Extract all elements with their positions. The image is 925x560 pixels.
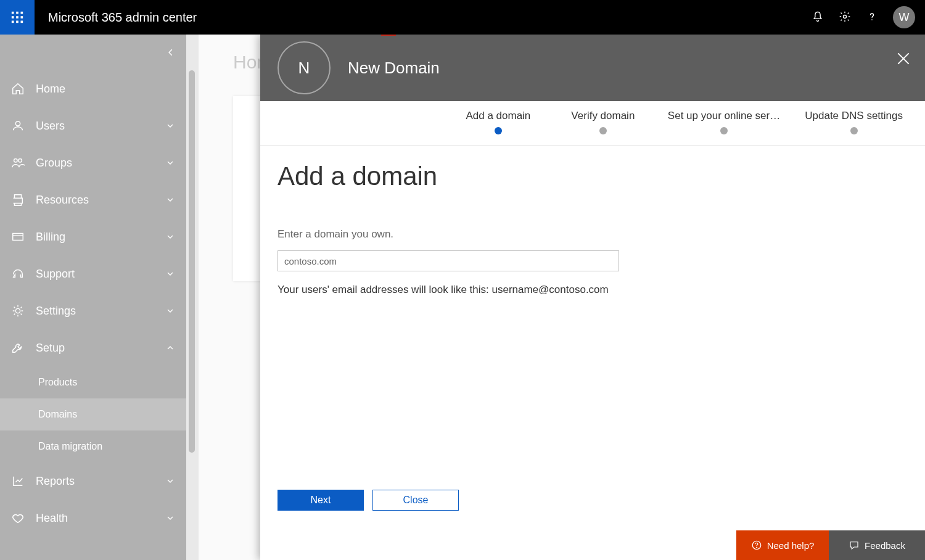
nav-item-support[interactable]: Support bbox=[0, 255, 186, 292]
account-avatar[interactable]: W bbox=[893, 6, 915, 28]
chevron-down-icon bbox=[165, 232, 175, 242]
nav-item-users[interactable]: Users bbox=[0, 107, 186, 144]
svg-rect-7 bbox=[16, 21, 18, 23]
left-nav: HomeUsersGroupsResourcesBillingSupportSe… bbox=[0, 35, 186, 560]
feedback-button[interactable]: Feedback bbox=[829, 530, 925, 560]
nav-item-settings[interactable]: Settings bbox=[0, 292, 186, 329]
chevron-down-icon bbox=[165, 476, 175, 486]
nav-item-label: Billing bbox=[36, 231, 165, 244]
wizard-step-label: Add a domain bbox=[458, 110, 538, 122]
chevron-left-icon bbox=[166, 48, 175, 57]
svg-rect-4 bbox=[16, 16, 18, 19]
wizard-step-dot bbox=[720, 127, 728, 134]
notifications-button[interactable] bbox=[812, 10, 824, 25]
wizard-step-label: Update DNS settings bbox=[805, 110, 903, 122]
gear-icon bbox=[839, 10, 851, 23]
chart-icon bbox=[11, 474, 25, 488]
question-circle-icon bbox=[751, 540, 762, 551]
chevron-down-icon bbox=[165, 195, 175, 205]
wizard-step[interactable]: Set up your online ser… bbox=[668, 110, 780, 134]
wizard-steps: Add a domainVerify domainSet up your onl… bbox=[260, 101, 925, 146]
gear-icon bbox=[11, 304, 25, 318]
wizard-step-label: Set up your online ser… bbox=[668, 110, 780, 122]
page-heading: Add a domain bbox=[278, 162, 908, 191]
nav-item-label: Setup bbox=[36, 342, 165, 355]
close-icon bbox=[895, 51, 911, 67]
nav-subitem-products[interactable]: Products bbox=[0, 366, 186, 398]
nav-item-label: Support bbox=[36, 268, 165, 281]
nav-item-label: Groups bbox=[36, 157, 165, 170]
svg-rect-3 bbox=[12, 16, 14, 19]
user-icon bbox=[11, 119, 25, 133]
close-button[interactable]: Close bbox=[372, 490, 459, 511]
nav-item-home[interactable]: Home bbox=[0, 70, 186, 107]
panel-footer: Next Close bbox=[278, 490, 459, 511]
speech-bubble-icon bbox=[849, 540, 860, 551]
heart-icon bbox=[11, 511, 25, 525]
app-launcher-button[interactable] bbox=[0, 0, 35, 35]
nav-item-label: Resources bbox=[36, 194, 165, 207]
nav-item-label: Home bbox=[36, 83, 175, 96]
question-icon bbox=[866, 10, 878, 23]
wizard-step-label: Verify domain bbox=[563, 110, 643, 122]
chevron-down-icon bbox=[165, 158, 175, 168]
wizard-step[interactable]: Add a domain bbox=[458, 110, 538, 134]
chevron-down-icon bbox=[165, 269, 175, 279]
svg-rect-6 bbox=[12, 21, 14, 23]
domain-input[interactable] bbox=[278, 250, 619, 271]
nav-item-label: Reports bbox=[36, 475, 165, 488]
help-button[interactable] bbox=[866, 10, 878, 25]
nav-scrollbar-thumb[interactable] bbox=[189, 70, 195, 453]
svg-point-9 bbox=[844, 15, 847, 18]
nav-item-billing[interactable]: Billing bbox=[0, 218, 186, 255]
wrench-icon bbox=[11, 341, 25, 355]
chevron-up-icon bbox=[165, 343, 175, 353]
nav-item-setup[interactable]: Setup bbox=[0, 329, 186, 366]
svg-rect-8 bbox=[21, 21, 23, 23]
svg-rect-5 bbox=[21, 16, 23, 19]
domain-helper-text: Your users' email addresses will look li… bbox=[278, 284, 908, 296]
settings-button[interactable] bbox=[839, 10, 851, 25]
next-button[interactable]: Next bbox=[278, 490, 364, 511]
card-icon bbox=[11, 230, 25, 244]
svg-rect-2 bbox=[21, 12, 23, 14]
svg-rect-0 bbox=[12, 12, 14, 14]
nav-item-health[interactable]: Health bbox=[0, 500, 186, 537]
headset-icon bbox=[11, 267, 25, 281]
wizard-step-dot bbox=[599, 127, 607, 134]
panel-header: N New Domain bbox=[260, 35, 925, 101]
behind-card bbox=[233, 96, 264, 281]
nav-item-resources[interactable]: Resources bbox=[0, 181, 186, 218]
chevron-down-icon bbox=[165, 513, 175, 523]
svg-rect-1 bbox=[16, 12, 18, 14]
wizard-step[interactable]: Verify domain bbox=[563, 110, 643, 134]
wizard-step-dot bbox=[850, 127, 858, 134]
suite-bar: Microsoft 365 admin center W bbox=[0, 0, 925, 35]
feedback-label: Feedback bbox=[865, 540, 905, 551]
chevron-down-icon bbox=[165, 306, 175, 316]
nav-item-reports[interactable]: Reports bbox=[0, 463, 186, 500]
panel-close-button[interactable] bbox=[895, 51, 911, 68]
domain-field-label: Enter a domain you own. bbox=[278, 228, 908, 241]
nav-item-label: Health bbox=[36, 512, 165, 525]
marker bbox=[381, 35, 396, 36]
need-help-label: Need help? bbox=[767, 540, 815, 551]
nav-scrollbar-track[interactable] bbox=[186, 35, 199, 560]
help-bar: Need help? Feedback bbox=[736, 530, 925, 560]
panel-avatar-circle: N bbox=[278, 41, 331, 94]
nav-collapse-button[interactable] bbox=[0, 35, 186, 70]
svg-point-12 bbox=[756, 547, 757, 548]
suite-title: Microsoft 365 admin center bbox=[48, 10, 197, 25]
nav-subitem-data-migration[interactable]: Data migration bbox=[0, 430, 186, 463]
nav-subitem-domains[interactable]: Domains bbox=[0, 398, 186, 430]
nav-item-groups[interactable]: Groups bbox=[0, 144, 186, 181]
chevron-down-icon bbox=[165, 121, 175, 131]
waffle-icon bbox=[10, 10, 24, 24]
bell-icon bbox=[812, 10, 824, 23]
need-help-button[interactable]: Need help? bbox=[736, 530, 829, 560]
wizard-step-dot bbox=[495, 127, 502, 134]
wizard-step[interactable]: Update DNS settings bbox=[805, 110, 903, 134]
nav-item-label: Settings bbox=[36, 305, 165, 318]
group-icon bbox=[11, 156, 25, 170]
panel-title: New Domain bbox=[348, 59, 440, 78]
